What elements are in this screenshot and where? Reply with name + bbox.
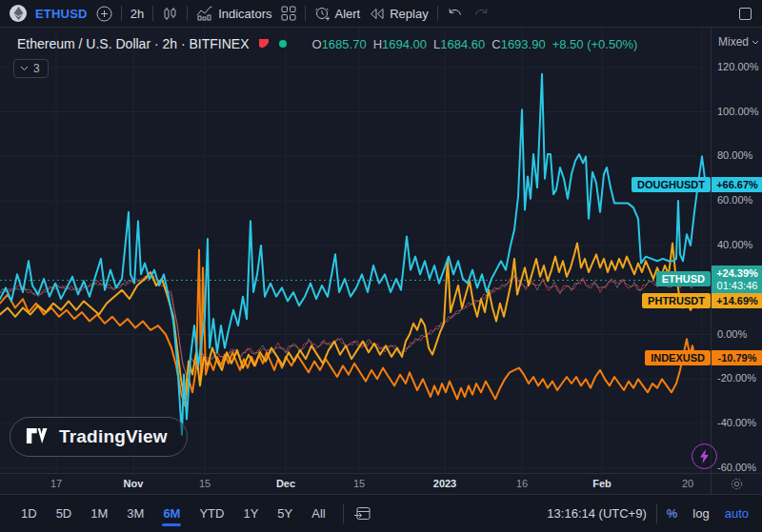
redo-icon[interactable] xyxy=(472,7,490,20)
time-axis-label: Feb xyxy=(592,478,612,489)
price-scale-mode-button[interactable]: Mixed xyxy=(718,35,759,49)
series-value-label: +24.39% xyxy=(712,267,762,280)
undo-icon[interactable] xyxy=(447,7,464,20)
alert-button[interactable]: Alert xyxy=(314,6,361,22)
tradingview-app: ETHUSD 2h Indicators Alert xyxy=(0,0,762,532)
open-value: 1685.70 xyxy=(322,37,367,51)
close-label: C xyxy=(491,37,500,51)
time-axis[interactable]: 17Nov15Dec15202316Feb20 xyxy=(0,473,711,494)
lightning-icon xyxy=(699,449,710,463)
time-axis-label: 20 xyxy=(682,478,693,489)
chevron-down-icon xyxy=(20,66,29,71)
range-button-ytd[interactable]: YTD xyxy=(191,502,231,524)
series-value-tag-DOUGHUSDT: +66.67% xyxy=(712,177,762,192)
price-axis[interactable]: Mixed 120.00%100.00%80.00%60.00%40.00%0.… xyxy=(711,28,762,473)
series-value-tag-INDEXUSD: -10.79% xyxy=(712,350,762,365)
object-tree-collapse-button[interactable]: 3 xyxy=(13,59,49,78)
symbol-info-row: Ethereum / U.S. Dollar · 2h · BITFINEX O… xyxy=(17,36,637,51)
chart-style-candles-icon[interactable] xyxy=(162,6,178,22)
top-toolbar: ETHUSD 2h Indicators Alert xyxy=(0,0,762,28)
ohlc-values: O1685.70 H1694.00 L1684.60 C1693.90 +8.5… xyxy=(312,37,638,51)
tradingview-logo-icon xyxy=(26,427,50,446)
time-axis-label: Nov xyxy=(124,478,144,489)
axis-settings-corner[interactable] xyxy=(711,473,762,494)
low-value: 1684.60 xyxy=(440,37,485,51)
range-button-6m[interactable]: 6M xyxy=(155,502,188,524)
symbol-title[interactable]: Ethereum / U.S. Dollar · 2h · BITFINEX xyxy=(17,36,250,51)
time-axis-label: 15 xyxy=(353,478,365,489)
alarm-clock-icon xyxy=(314,6,331,22)
series-value-tag-PHTRUSDT: +14.69% xyxy=(712,293,762,308)
series-name-tag-INDEXUSD: INDEXUSD xyxy=(645,350,711,365)
open-label: O xyxy=(312,37,322,51)
replay-button[interactable]: Replay xyxy=(369,7,428,21)
layout-grid-icon[interactable] xyxy=(281,6,296,21)
range-button-all[interactable]: All xyxy=(304,502,332,524)
range-button-5y[interactable]: 5Y xyxy=(270,502,300,524)
price-tick-label: -40.00% xyxy=(717,417,756,428)
series-line-INDEXUSD xyxy=(0,250,710,406)
clock-utc[interactable]: 13:16:14 (UTC+9) xyxy=(547,506,646,521)
time-axis-label: 2023 xyxy=(433,478,456,489)
bitfinex-logo-icon xyxy=(257,37,271,50)
compare-add-icon[interactable] xyxy=(96,6,112,22)
close-value: 1693.90 xyxy=(501,37,546,51)
high-value: 1694.00 xyxy=(382,37,427,51)
bar-countdown-label: 01:43:46 xyxy=(712,280,762,292)
price-tick-label: 100.00% xyxy=(717,106,758,117)
range-button-5d[interactable]: 5D xyxy=(49,502,80,524)
time-axis-label: 15 xyxy=(199,478,211,489)
series-name-tag-PHTRUSDT: PHTRUSDT xyxy=(642,293,711,308)
price-tick-label: 0.00% xyxy=(717,328,747,340)
indicators-button[interactable]: Indicators xyxy=(196,6,271,21)
price-tick-label: 120.00% xyxy=(717,61,758,72)
chevron-down-icon xyxy=(752,40,759,45)
fullscreen-icon[interactable] xyxy=(738,7,752,21)
range-button-1y[interactable]: 1Y xyxy=(235,502,266,524)
gear-icon[interactable] xyxy=(730,477,744,491)
price-tick-label: 80.00% xyxy=(717,149,752,161)
toolbar-divider xyxy=(305,6,306,21)
chart-pane[interactable]: Ethereum / U.S. Dollar · 2h · BITFINEX O… xyxy=(0,28,711,473)
series-line-DOUGHUSDT xyxy=(0,74,710,435)
auto-scale-button[interactable]: auto xyxy=(725,506,749,521)
series-value-tag-ETHUSD: +24.39%01:43:46 xyxy=(712,266,762,294)
range-button-1m[interactable]: 1M xyxy=(83,502,115,524)
market-status-dot xyxy=(278,39,288,49)
price-tick-label: 40.00% xyxy=(717,239,752,250)
lightning-boost-button[interactable] xyxy=(692,443,717,469)
time-axis-label: 17 xyxy=(50,478,62,489)
series-name-tag-ETHUSD: ETHUSD xyxy=(656,271,711,286)
percent-scale-button[interactable]: % xyxy=(667,506,678,521)
date-range-buttons: 1D5D1M3M6MYTD1Y5YAll xyxy=(13,502,333,524)
range-button-1d[interactable]: 1D xyxy=(13,502,45,524)
log-scale-button[interactable]: log xyxy=(692,506,709,521)
bottom-axis-row: 17Nov15Dec15202316Feb20 xyxy=(0,473,762,494)
change-value: +8.50 (+0.50%) xyxy=(552,37,638,51)
chart-canvas[interactable] xyxy=(0,28,711,473)
indicators-icon xyxy=(196,6,213,21)
scale-buttons: % log auto xyxy=(667,506,749,521)
toolbar-divider xyxy=(187,6,188,21)
price-tick-label: 60.00% xyxy=(717,194,752,206)
go-to-date-icon[interactable] xyxy=(353,505,371,522)
symbol-button[interactable]: ETHUSD xyxy=(35,7,88,21)
chart-row: Ethereum / U.S. Dollar · 2h · BITFINEX O… xyxy=(0,28,762,473)
range-button-3m[interactable]: 3M xyxy=(119,502,151,524)
toolbar-divider xyxy=(152,6,153,21)
bottom-toolbar: 1D5D1M3M6MYTD1Y5YAll 13:16:14 (UTC+9) % … xyxy=(0,494,762,532)
tradingview-logo[interactable]: TradingView xyxy=(10,417,188,457)
time-axis-label: 16 xyxy=(516,478,528,489)
low-label: L xyxy=(433,37,440,51)
high-label: H xyxy=(373,37,382,51)
replay-rewind-icon xyxy=(369,7,385,21)
price-tick-label: -60.00% xyxy=(717,462,756,473)
series-name-tag-DOUGHUSDT: DOUGHUSDT xyxy=(632,177,711,192)
toolbar-divider xyxy=(656,504,657,523)
price-tick-label: -20.00% xyxy=(717,372,756,384)
ethereum-logo-icon xyxy=(10,5,27,22)
time-axis-label: Dec xyxy=(276,478,295,489)
toolbar-divider xyxy=(343,504,344,523)
toolbar-divider xyxy=(437,6,438,21)
interval-button[interactable]: 2h xyxy=(130,7,144,21)
